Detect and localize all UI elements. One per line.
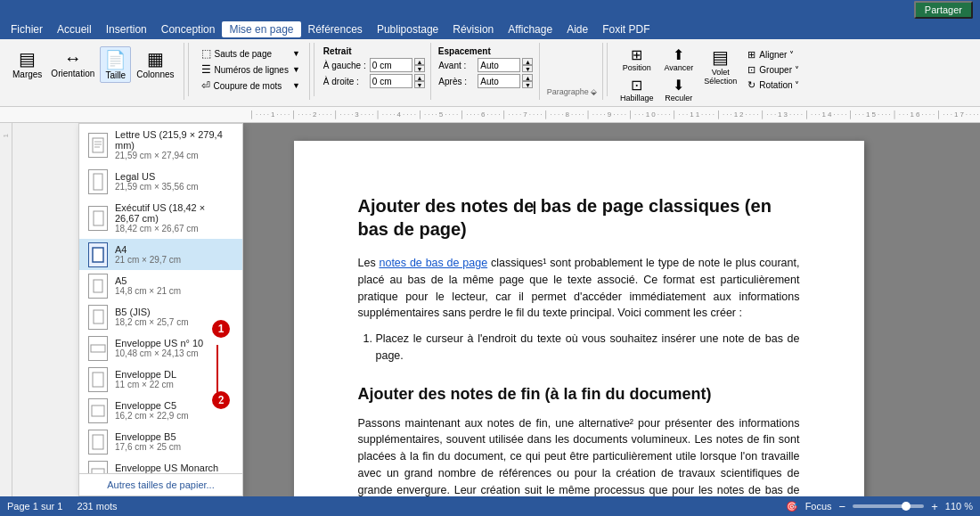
retrait-gauche-up[interactable]: ▲ <box>414 58 425 65</box>
executif-icon <box>88 206 108 231</box>
ribbon-group-espacement: Espacement Avant : ▲ ▼ Après : ▲ ▼ <box>433 43 540 100</box>
menu-references[interactable]: Références <box>301 21 370 37</box>
zoom-thumb <box>902 502 911 511</box>
a5-size: 14,8 cm × 21 cm <box>115 286 181 296</box>
retrait-droite-input[interactable] <box>370 74 412 88</box>
menu-conception[interactable]: Conception <box>154 21 223 37</box>
dropdown-footer[interactable]: Autres tailles de papier... <box>79 473 242 496</box>
zoom-in-btn[interactable]: + <box>931 500 938 513</box>
rotation-icon: ↻ <box>747 79 755 91</box>
dropdown-item-legal[interactable]: Legal US 21,59 cm × 35,56 cm <box>79 166 242 197</box>
executif-size: 18,42 cm × 26,67 cm <box>115 224 232 233</box>
lettre-icon <box>88 133 108 158</box>
status-words: 231 mots <box>77 501 117 512</box>
ribbon-btn-volet[interactable]: ▤ VoletSélection <box>700 45 740 87</box>
menu-revision[interactable]: Révision <box>445 21 501 37</box>
marges-icon: ▤ <box>19 48 36 70</box>
numeros-icon: ☰ <box>201 63 211 76</box>
a4-size: 21 cm × 29,7 cm <box>115 255 181 265</box>
dropdown-item-a4[interactable]: A4 21 cm × 29,7 cm <box>79 239 242 270</box>
a5-name: A5 <box>115 275 181 286</box>
avancer-icon: ⬆ <box>673 46 684 63</box>
espacement-apres-up[interactable]: ▲ <box>522 74 533 81</box>
dropdown-item-envb5[interactable]: Enveloppe B5 17,6 cm × 25 cm <box>79 426 242 457</box>
main-area: 1 Lettre US (215,9 × 279,4 mm) 21,59 cm … <box>0 123 980 496</box>
menu-aide[interactable]: Aide <box>559 21 595 37</box>
menu-accueil[interactable]: Accueil <box>50 21 99 37</box>
dropdown-item-executif[interactable]: Exécutif US (18,42 × 26,67 cm) 18,42 cm … <box>79 197 242 239</box>
colonnes-icon: ▦ <box>147 48 164 70</box>
b5-name: B5 (JIS) <box>115 307 189 317</box>
dropdown-item-a5[interactable]: A5 14,8 cm × 21 cm <box>79 270 242 301</box>
ribbon-btn-rotation[interactable]: ↻ Rotation ˅ <box>744 78 803 92</box>
page-size-dropdown: Lettre US (215,9 × 279,4 mm) 21,59 cm × … <box>78 123 243 496</box>
menu-miseenpage[interactable]: Mise en page <box>222 21 300 37</box>
retrait-droite-up[interactable]: ▲ <box>414 74 425 81</box>
env10-icon <box>88 336 108 361</box>
svg-rect-5 <box>94 211 103 225</box>
retrait-droite-down[interactable]: ▼ <box>414 81 425 88</box>
menu-affichage[interactable]: Affichage <box>501 21 559 37</box>
espacement-apres-input[interactable] <box>478 74 520 88</box>
doc-list1-item1: Placez le curseur à l'endroit du texte o… <box>376 331 800 364</box>
ribbon-btn-aligner[interactable]: ⊞ Aligner ˅ <box>744 48 803 61</box>
ribbon-btn-taille[interactable]: 📄 Taille <box>100 46 131 83</box>
dropdown-item-lettre[interactable]: Lettre US (215,9 × 279,4 mm) 21,59 cm × … <box>79 124 242 166</box>
retrait-droite-label: À droite : <box>323 77 368 86</box>
a4-name: A4 <box>115 244 181 255</box>
grouper-icon: ⊡ <box>747 64 755 76</box>
menu-fichier[interactable]: Fichier <box>4 21 50 37</box>
espacement-avant-up[interactable]: ▲ <box>522 58 533 65</box>
ribbon-btn-grouper[interactable]: ⊡ Grouper ˅ <box>744 63 803 77</box>
espacement-apres-label: Après : <box>438 77 476 86</box>
ribbon-btn-sauts[interactable]: ⬚ Sauts de page ▼ <box>198 46 304 61</box>
menu-publipostage[interactable]: Publipostage <box>370 21 445 37</box>
env10-name: Enveloppe US n° 10 <box>115 338 203 348</box>
status-focus: Focus <box>805 501 832 512</box>
focus-icon: 🎯 <box>786 501 798 512</box>
svg-rect-8 <box>94 310 103 324</box>
retrait-gauche-label: À gauche : <box>323 61 368 70</box>
ribbon-btn-colonnes[interactable]: ▦ Colonnes <box>133 46 177 81</box>
taille-icon: 📄 <box>104 49 127 70</box>
svg-rect-7 <box>94 280 102 292</box>
status-bar: Page 1 sur 1 231 mots 🎯 Focus − + 110 % <box>0 496 980 516</box>
orientation-icon: ↔ <box>64 48 82 69</box>
menu-insertion[interactable]: Insertion <box>99 21 154 37</box>
aligner-icon: ⊞ <box>747 49 755 61</box>
doc-link[interactable]: notes de bas de page <box>379 257 487 269</box>
svg-rect-0 <box>93 138 103 152</box>
envdl-name: Enveloppe DL <box>115 369 176 380</box>
ribbon-btn-numeros[interactable]: ☰ Numéros de lignes ▼ <box>198 62 304 77</box>
svg-rect-10 <box>93 373 103 387</box>
status-zoom: 110 % <box>945 501 973 512</box>
svg-rect-11 <box>92 405 104 416</box>
share-button[interactable]: Partager <box>914 1 973 19</box>
envc5-name: Enveloppe C5 <box>115 400 189 411</box>
ribbon-btn-reculer[interactable]: ⬇ Reculer <box>660 75 697 104</box>
espacement-avant-label: Avant : <box>438 61 476 70</box>
envdl-size: 11 cm × 22 cm <box>115 380 176 389</box>
zoom-out-btn[interactable]: − <box>839 500 846 513</box>
retrait-gauche-down[interactable]: ▼ <box>414 65 425 72</box>
espacement-avant-input[interactable] <box>478 58 520 72</box>
paragraphe-expand-icon[interactable]: ⬙ <box>591 87 597 96</box>
retrait-gauche-input[interactable] <box>370 58 412 72</box>
habillage-icon: ⊡ <box>631 77 642 94</box>
ribbon-btn-marges[interactable]: ▤ Marges <box>9 46 45 81</box>
ribbon-btn-coupure[interactable]: ⏎ Coupure de mots ▼ <box>198 78 304 93</box>
espacement-avant-down[interactable]: ▼ <box>522 65 533 72</box>
ribbon-btn-habillage[interactable]: ⊡ Habillage <box>617 75 657 104</box>
sauts-icon: ⬚ <box>201 47 211 60</box>
ribbon-btn-avancer[interactable]: ⬆ Avancer <box>660 45 697 74</box>
lettre-name: Lettre US (215,9 × 279,4 mm) <box>115 129 232 151</box>
zoom-slider[interactable] <box>853 504 924 508</box>
espacement-apres-down[interactable]: ▼ <box>522 81 533 88</box>
legal-size: 21,59 cm × 35,56 cm <box>115 182 199 192</box>
ribbon-btn-orientation[interactable]: ↔ Orientation <box>47 46 98 80</box>
reculer-icon: ⬇ <box>673 77 684 94</box>
doc-list1: Placez le curseur à l'endroit du texte o… <box>376 331 800 364</box>
ribbon-group-paragraphe: Paragraphe ⬙ <box>542 43 603 100</box>
menu-foxit[interactable]: Foxit PDF <box>595 21 657 37</box>
ribbon-btn-position[interactable]: ⊞ Position <box>617 45 657 74</box>
